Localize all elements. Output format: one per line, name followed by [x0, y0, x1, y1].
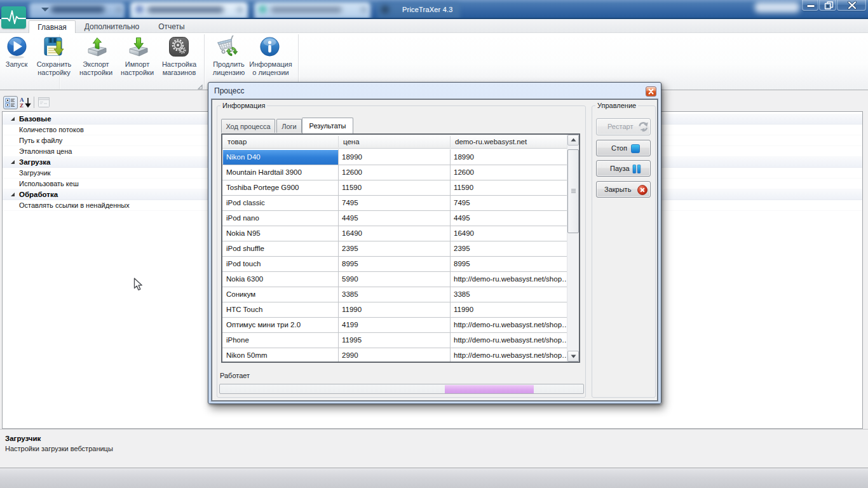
svg-text:Z: Z	[20, 102, 24, 109]
